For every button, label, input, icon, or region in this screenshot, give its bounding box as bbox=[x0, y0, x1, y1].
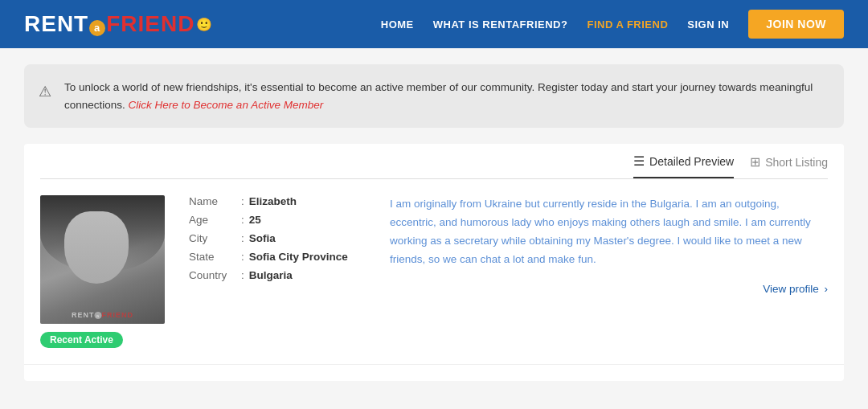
nav-home[interactable]: HOME bbox=[381, 18, 414, 31]
logo-a: a bbox=[89, 20, 105, 36]
age-label: Age bbox=[189, 214, 241, 226]
photo-watermark: RENTaFRIEND bbox=[72, 311, 133, 320]
age-value: 25 bbox=[249, 214, 261, 226]
logo-friend: FRIEND bbox=[106, 11, 194, 36]
name-label: Name bbox=[189, 195, 241, 207]
detailed-icon: ☰ bbox=[633, 153, 645, 169]
view-toggle: ☰ Detailed Preview ⊞ Short Listing bbox=[24, 144, 844, 178]
logo[interactable]: RENTaFRIEND 🙂 bbox=[24, 11, 212, 37]
profile-bio: I am originally from Ukraine but current… bbox=[390, 195, 828, 348]
nav-what-is[interactable]: WHAT IS RENTAFRIEND? bbox=[433, 18, 568, 31]
join-now-button[interactable]: JOIN NOW bbox=[748, 10, 844, 39]
view-profile-label: View profile bbox=[763, 283, 819, 295]
main-content: ☰ Detailed Preview ⊞ Short Listing RENTa… bbox=[24, 144, 844, 381]
state-label: State bbox=[189, 251, 241, 263]
name-value: Elizabeth bbox=[249, 195, 297, 207]
detailed-label: Detailed Preview bbox=[649, 155, 734, 168]
short-label: Short Listing bbox=[765, 156, 828, 169]
recent-active-badge: Recent Active bbox=[40, 332, 123, 348]
view-profile-link[interactable]: View profile › bbox=[390, 280, 828, 299]
name-sep: : bbox=[241, 195, 244, 207]
info-country-row: Country : Bulgaria bbox=[189, 269, 366, 281]
watermark-friend: FRIEND bbox=[102, 311, 134, 319]
photo-face bbox=[64, 211, 129, 284]
alert-banner: ⚠ To unlock a world of new friendships, … bbox=[24, 64, 844, 128]
state-value: Sofia City Province bbox=[249, 251, 348, 263]
main-nav: HOME WHAT IS RENTAFRIEND? FIND A FRIEND … bbox=[381, 10, 844, 39]
info-name-row: Name : Elizabeth bbox=[189, 195, 366, 207]
header: RENTaFRIEND 🙂 HOME WHAT IS RENTAFRIEND? … bbox=[0, 0, 868, 48]
photo-inner bbox=[40, 195, 165, 324]
detailed-preview-option[interactable]: ☰ Detailed Preview bbox=[633, 153, 734, 178]
short-icon: ⊞ bbox=[750, 154, 760, 170]
country-sep: : bbox=[241, 269, 244, 281]
watermark-rent: RENT bbox=[72, 311, 95, 319]
info-city-row: City : Sofia bbox=[189, 232, 366, 244]
chevron-right-icon: › bbox=[825, 283, 829, 295]
age-sep: : bbox=[241, 214, 244, 226]
alert-icon: ⚠ bbox=[39, 80, 51, 104]
country-value: Bulgaria bbox=[249, 269, 293, 281]
logo-person-icon: 🙂 bbox=[196, 17, 212, 32]
info-age-row: Age : 25 bbox=[189, 214, 366, 226]
profile-photo-area: RENTaFRIEND Recent Active bbox=[40, 195, 165, 348]
country-label: Country bbox=[189, 269, 241, 281]
city-value: Sofia bbox=[249, 232, 276, 244]
info-state-row: State : Sofia City Province bbox=[189, 251, 366, 263]
nav-find-friend[interactable]: FIND A FRIEND bbox=[587, 18, 668, 31]
alert-link[interactable]: Click Here to Become an Active Member bbox=[129, 99, 324, 111]
city-label: City bbox=[189, 232, 241, 244]
profile-info: Name : Elizabeth Age : 25 City : Sofia S… bbox=[189, 195, 366, 348]
profile-card: RENTaFRIEND Recent Active Name : Elizabe… bbox=[24, 179, 844, 365]
watermark-a: a bbox=[95, 312, 102, 319]
state-sep: : bbox=[241, 251, 244, 263]
nav-sign-in[interactable]: SIGN IN bbox=[687, 18, 729, 31]
bio-text: I am originally from Ukraine but current… bbox=[390, 198, 811, 265]
logo-rent: RENT bbox=[24, 11, 88, 36]
city-sep: : bbox=[241, 232, 244, 244]
profile-photo: RENTaFRIEND bbox=[40, 195, 165, 324]
short-listing-option[interactable]: ⊞ Short Listing bbox=[750, 154, 828, 178]
